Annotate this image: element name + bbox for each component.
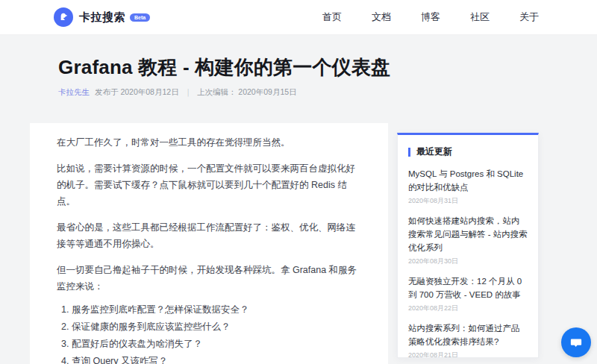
brand-name: 卡拉搜索 xyxy=(79,10,125,25)
list-item: 如何快速搭建站内搜索，站内搜索常见问题与解答 - 站内搜索优化系列 2020年0… xyxy=(408,214,528,266)
chat-widget-button[interactable] xyxy=(561,327,591,357)
paragraph: 但一切要自己撸起袖子干的时候，开始发现各种踩坑。拿 Grafana 和服务监控来… xyxy=(57,262,360,295)
post-date: 2020年08月22日 xyxy=(408,304,528,313)
article-hero: Grafana 教程 - 构建你的第一个仪表盘 卡拉先生 发布于 2020年08… xyxy=(0,35,597,98)
meta-separator: ｜ xyxy=(184,87,192,98)
nav-item-blog[interactable]: 博客 xyxy=(421,10,440,24)
sidebar-title: 最近更新 xyxy=(416,145,452,158)
main-nav: 首页 文档 博客 社区 关于 xyxy=(322,10,539,24)
paragraph: 比如说，需要计算资源的时候，一个配置文件就可以要来两百台虚拟化好的机子。需要试下… xyxy=(57,160,360,210)
nav-item-community[interactable]: 社区 xyxy=(470,10,490,24)
article-body: 在大厂工作久了，时常对一些工具的存在觉得理所当然。 比如说，需要计算资源的时候，… xyxy=(30,123,388,364)
list-item: MySQL 与 Postgres 和 SQLite 的对比和优缺点 2020年0… xyxy=(408,167,528,206)
author-link[interactable]: 卡拉先生 xyxy=(58,87,90,98)
post-date: 2020年08月21日 xyxy=(408,351,528,358)
question-list: 服务监控到底咋配置？怎样保证数据安全？ 保证健康的服务到底应该监控些什么？ 配置… xyxy=(57,304,360,364)
sidebar-header: 最近更新 xyxy=(408,145,528,158)
brand-logo[interactable]: 卡拉搜索 Beta xyxy=(54,7,150,27)
chat-bubble-icon xyxy=(569,336,583,349)
published-date: 发布于 2020年08月12日 xyxy=(95,87,179,98)
post-date: 2020年08月30日 xyxy=(408,257,528,266)
accent-marker xyxy=(408,148,410,157)
list-item: 查询 Query 又该咋写？ xyxy=(72,356,360,364)
list-item: 保证健康的服务到底应该监控些什么？ xyxy=(72,321,360,333)
kala-logo-icon xyxy=(54,7,73,27)
list-item: 服务监控到底咋配置？怎样保证数据安全？ xyxy=(72,304,360,316)
post-link[interactable]: MySQL 与 Postgres 和 SQLite 的对比和优缺点 xyxy=(408,167,528,194)
list-item: 无融资独立开发：12 个月从 0 到 700 万营收 - VEED 的故事 20… xyxy=(408,274,528,313)
article-meta: 卡拉先生 发布于 2020年08月12日 ｜ 上次编辑： 2020年09月15日 xyxy=(58,87,539,98)
post-link[interactable]: 无融资独立开发：12 个月从 0 到 700 万营收 - VEED 的故事 xyxy=(408,274,528,301)
nav-item-home[interactable]: 首页 xyxy=(322,10,342,24)
post-date: 2020年08月31日 xyxy=(408,196,528,206)
nav-item-about[interactable]: 关于 xyxy=(519,10,539,24)
beta-badge: Beta xyxy=(130,13,150,22)
post-link[interactable]: 如何快速搭建站内搜索，站内搜索常见问题与解答 - 站内搜索优化系列 xyxy=(408,214,528,254)
edited-date: 上次编辑： 2020年09月15日 xyxy=(197,87,297,98)
list-item: 站内搜索系列：如何通过产品策略优化搜索排序结果? 2020年08月21日 xyxy=(408,321,528,358)
paragraph: 在大厂工作久了，时常对一些工具的存在觉得理所当然。 xyxy=(57,134,360,151)
top-navbar: 卡拉搜索 Beta 首页 文档 博客 社区 关于 xyxy=(0,0,597,35)
recent-updates-panel: 最近更新 MySQL 与 Postgres 和 SQLite 的对比和优缺点 2… xyxy=(397,133,539,358)
paragraph: 最省心的是，这些工具都已经根据工作流配置好了：鉴权、优化、网络连接等等通通不用你… xyxy=(57,219,360,252)
page-title: Grafana 教程 - 构建你的第一个仪表盘 xyxy=(58,54,539,80)
list-item: 配置好后的仪表盘为啥消失了？ xyxy=(72,339,360,350)
nav-item-docs[interactable]: 文档 xyxy=(372,10,391,24)
post-link[interactable]: 站内搜索系列：如何通过产品策略优化搜索排序结果? xyxy=(408,321,528,348)
